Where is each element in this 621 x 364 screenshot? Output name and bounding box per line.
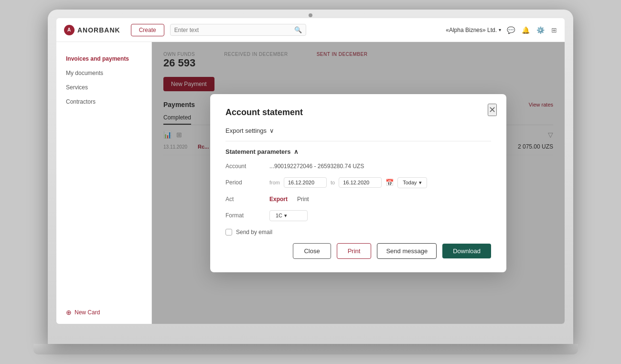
sidebar-item-invoices[interactable]: Invoices and payments xyxy=(56,52,151,66)
layout-icon[interactable]: ⊞ xyxy=(551,26,557,34)
act-field-row: Act Export Print xyxy=(225,196,491,203)
create-button[interactable]: Create xyxy=(131,24,164,36)
account-field-row: Account ...900192272046 - 26593280.74 UZ… xyxy=(225,163,491,170)
plus-icon: ⊕ xyxy=(66,309,72,316)
chevron-down-icon: ∨ xyxy=(269,127,274,134)
format-value: 1C xyxy=(276,213,282,218)
chevron-down-icon: ▾ xyxy=(284,213,287,219)
period-fields: from to 📅 Today ▾ xyxy=(269,177,427,188)
period-from-input[interactable] xyxy=(284,177,327,188)
chat-icon[interactable]: 💬 xyxy=(507,26,515,34)
search-bar: 🔍 xyxy=(170,24,307,36)
bell-icon[interactable]: 🔔 xyxy=(522,26,530,34)
settings-icon[interactable]: ⚙️ xyxy=(536,26,545,34)
modal-divider-1 xyxy=(225,141,491,141)
format-select[interactable]: 1C ▾ xyxy=(269,210,308,221)
modal-title: Account statement xyxy=(225,107,491,118)
sidebar: Invoices and payments My documents Servi… xyxy=(56,42,152,324)
send-email-label: Send by email xyxy=(236,229,272,236)
act-print-button[interactable]: Print xyxy=(297,196,309,203)
sidebar-item-services[interactable]: Services xyxy=(56,80,151,95)
period-to-input[interactable] xyxy=(339,177,382,188)
send-email-row: Send by email xyxy=(225,229,491,236)
act-export-button[interactable]: Export xyxy=(269,196,288,203)
print-button[interactable]: Print xyxy=(337,243,372,259)
send-message-button[interactable]: Send message xyxy=(377,243,437,259)
chevron-up-icon: ∧ xyxy=(294,148,299,155)
export-settings-label: Export settings xyxy=(225,127,267,134)
statement-params-label: Statement parameters xyxy=(225,148,291,155)
export-settings-section[interactable]: Export settings ∨ xyxy=(225,127,491,134)
format-label: Format xyxy=(225,212,264,219)
sidebar-item-documents[interactable]: My documents xyxy=(56,66,151,80)
send-email-checkbox[interactable] xyxy=(225,229,232,236)
logo-icon: A xyxy=(64,25,75,35)
act-label: Act xyxy=(225,196,264,203)
topbar: A ANORBANK Create 🔍 «Alpha Biznes» Ltd. … xyxy=(56,18,565,42)
to-label: to xyxy=(331,180,335,185)
content-area: OWN FUNDS 26 593 RECEIVED IN DECEMBER SE… xyxy=(152,42,565,324)
statement-params-section: Statement parameters ∧ xyxy=(225,148,491,155)
period-label: Period xyxy=(225,179,264,186)
from-label: from xyxy=(269,180,280,185)
search-icon[interactable]: 🔍 xyxy=(294,26,302,33)
modal-overlay: Account statement ✕ Export settings ∨ xyxy=(152,42,565,324)
period-field-row: Period from to 📅 To xyxy=(225,177,491,188)
logo-text: ANORBANK xyxy=(77,26,120,34)
chevron-down-icon: ▾ xyxy=(499,27,501,32)
logo: A ANORBANK xyxy=(64,25,120,35)
account-value: ...900192272046 - 26593280.74 UZS xyxy=(269,163,364,170)
sidebar-item-contractors[interactable]: Contractors xyxy=(56,95,151,109)
period-preset-select[interactable]: Today ▾ xyxy=(397,177,427,188)
calendar-icon[interactable]: 📅 xyxy=(385,179,394,186)
account-label: Account xyxy=(225,163,264,170)
format-field-row: Format 1C ▾ xyxy=(225,210,491,221)
modal-footer: Close Print Send message Download xyxy=(225,243,491,259)
chevron-down-icon: ▾ xyxy=(419,180,422,186)
account-statement-modal: Account statement ✕ Export settings ∨ xyxy=(210,94,506,272)
download-button[interactable]: Download xyxy=(442,244,491,258)
period-preset-value: Today xyxy=(403,180,417,185)
close-button[interactable]: Close xyxy=(293,243,331,259)
modal-close-button[interactable]: ✕ xyxy=(488,104,497,116)
new-card-button[interactable]: ⊕ New Card xyxy=(66,309,142,316)
account-name-text: «Alpha Biznes» Ltd. xyxy=(446,27,497,33)
topbar-account[interactable]: «Alpha Biznes» Ltd. ▾ xyxy=(446,27,501,33)
search-input[interactable] xyxy=(174,27,292,33)
topbar-icons: 💬 🔔 ⚙️ ⊞ xyxy=(507,26,557,34)
